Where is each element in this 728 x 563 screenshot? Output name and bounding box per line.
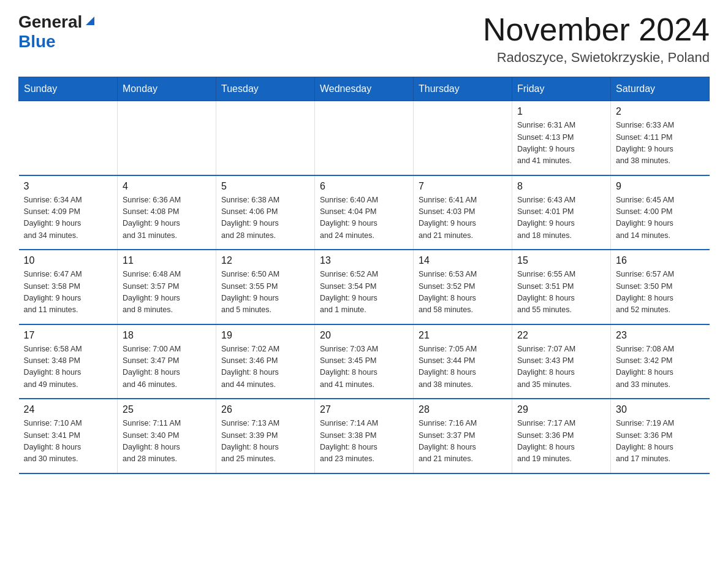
calendar-cell: 29Sunrise: 7:17 AM Sunset: 3:36 PM Dayli… (512, 399, 611, 473)
day-info: Sunrise: 6:50 AM Sunset: 3:55 PM Dayligh… (221, 269, 309, 316)
day-number: 19 (221, 330, 309, 341)
day-info: Sunrise: 7:13 AM Sunset: 3:39 PM Dayligh… (221, 418, 309, 465)
day-info: Sunrise: 7:08 AM Sunset: 3:42 PM Dayligh… (616, 343, 705, 391)
day-number: 9 (616, 181, 705, 192)
calendar-cell (315, 101, 414, 175)
calendar-header: Sunday Monday Tuesday Wednesday Thursday… (19, 77, 710, 101)
day-info: Sunrise: 6:57 AM Sunset: 3:50 PM Dayligh… (616, 269, 705, 316)
day-number: 2 (616, 106, 705, 117)
day-number: 1 (517, 106, 605, 117)
day-number: 28 (419, 404, 507, 415)
calendar-cell: 8Sunrise: 6:43 AM Sunset: 4:01 PM Daylig… (512, 175, 611, 250)
logo: General Blue (18, 12, 97, 52)
calendar-cell (414, 101, 512, 175)
logo-general: General (18, 12, 82, 32)
calendar-cell: 21Sunrise: 7:05 AM Sunset: 3:44 PM Dayli… (414, 324, 512, 399)
day-info: Sunrise: 6:48 AM Sunset: 3:57 PM Dayligh… (123, 269, 211, 316)
day-info: Sunrise: 6:41 AM Sunset: 4:03 PM Dayligh… (419, 194, 507, 242)
col-sunday: Sunday (19, 77, 118, 101)
calendar-cell: 15Sunrise: 6:55 AM Sunset: 3:51 PM Dayli… (512, 250, 611, 324)
day-number: 25 (123, 404, 211, 415)
day-info: Sunrise: 6:53 AM Sunset: 3:52 PM Dayligh… (419, 269, 507, 316)
day-info: Sunrise: 6:45 AM Sunset: 4:00 PM Dayligh… (616, 194, 705, 242)
calendar-cell: 27Sunrise: 7:14 AM Sunset: 3:38 PM Dayli… (315, 399, 414, 473)
day-number: 8 (517, 181, 605, 192)
day-info: Sunrise: 7:07 AM Sunset: 3:43 PM Dayligh… (517, 343, 605, 391)
location-subtitle: Radoszyce, Swietokrzyskie, Poland (483, 50, 710, 66)
day-number: 24 (24, 404, 113, 415)
day-info: Sunrise: 6:55 AM Sunset: 3:51 PM Dayligh… (517, 269, 605, 316)
day-number: 6 (320, 181, 408, 192)
col-thursday: Thursday (414, 77, 512, 101)
day-info: Sunrise: 7:02 AM Sunset: 3:46 PM Dayligh… (221, 343, 309, 391)
col-monday: Monday (118, 77, 216, 101)
calendar-table: Sunday Monday Tuesday Wednesday Thursday… (18, 77, 710, 474)
calendar-body: 1Sunrise: 6:31 AM Sunset: 4:13 PM Daylig… (19, 101, 710, 473)
day-info: Sunrise: 7:03 AM Sunset: 3:45 PM Dayligh… (320, 343, 408, 391)
calendar-cell: 4Sunrise: 6:36 AM Sunset: 4:08 PM Daylig… (118, 175, 216, 250)
calendar-cell: 18Sunrise: 7:00 AM Sunset: 3:47 PM Dayli… (118, 324, 216, 399)
calendar-week-row: 1Sunrise: 6:31 AM Sunset: 4:13 PM Daylig… (19, 101, 710, 175)
calendar-cell (118, 101, 216, 175)
calendar-week-row: 17Sunrise: 6:58 AM Sunset: 3:48 PM Dayli… (19, 324, 710, 399)
day-number: 21 (419, 330, 507, 341)
calendar-cell: 16Sunrise: 6:57 AM Sunset: 3:50 PM Dayli… (611, 250, 710, 324)
day-info: Sunrise: 7:11 AM Sunset: 3:40 PM Dayligh… (123, 418, 211, 465)
day-number: 3 (24, 181, 113, 192)
day-number: 30 (616, 404, 705, 415)
day-number: 5 (221, 181, 309, 192)
day-number: 13 (320, 255, 408, 266)
calendar-cell: 22Sunrise: 7:07 AM Sunset: 3:43 PM Dayli… (512, 324, 611, 399)
day-info: Sunrise: 7:00 AM Sunset: 3:47 PM Dayligh… (123, 343, 211, 391)
day-info: Sunrise: 6:58 AM Sunset: 3:48 PM Dayligh… (24, 343, 113, 391)
calendar-cell: 19Sunrise: 7:02 AM Sunset: 3:46 PM Dayli… (216, 324, 315, 399)
calendar-cell: 24Sunrise: 7:10 AM Sunset: 3:41 PM Dayli… (19, 399, 118, 473)
day-number: 17 (24, 330, 113, 341)
calendar-cell: 5Sunrise: 6:38 AM Sunset: 4:06 PM Daylig… (216, 175, 315, 250)
day-info: Sunrise: 7:05 AM Sunset: 3:44 PM Dayligh… (419, 343, 507, 391)
calendar-cell: 2Sunrise: 6:33 AM Sunset: 4:11 PM Daylig… (611, 101, 710, 175)
day-number: 20 (320, 330, 408, 341)
day-info: Sunrise: 6:47 AM Sunset: 3:58 PM Dayligh… (24, 269, 113, 316)
day-number: 16 (616, 255, 705, 266)
calendar-week-row: 24Sunrise: 7:10 AM Sunset: 3:41 PM Dayli… (19, 399, 710, 473)
day-number: 15 (517, 255, 605, 266)
day-info: Sunrise: 7:14 AM Sunset: 3:38 PM Dayligh… (320, 418, 408, 465)
calendar-cell: 28Sunrise: 7:16 AM Sunset: 3:37 PM Dayli… (414, 399, 512, 473)
day-info: Sunrise: 7:16 AM Sunset: 3:37 PM Dayligh… (419, 418, 507, 465)
day-info: Sunrise: 7:19 AM Sunset: 3:36 PM Dayligh… (616, 418, 705, 465)
calendar-cell: 14Sunrise: 6:53 AM Sunset: 3:52 PM Dayli… (414, 250, 512, 324)
calendar-cell: 6Sunrise: 6:40 AM Sunset: 4:04 PM Daylig… (315, 175, 414, 250)
day-number: 4 (123, 181, 211, 192)
page-header: General Blue November 2024 Radoszyce, Sw… (18, 12, 710, 66)
calendar-cell (216, 101, 315, 175)
calendar-cell: 26Sunrise: 7:13 AM Sunset: 3:39 PM Dayli… (216, 399, 315, 473)
calendar-cell: 20Sunrise: 7:03 AM Sunset: 3:45 PM Dayli… (315, 324, 414, 399)
day-info: Sunrise: 6:33 AM Sunset: 4:11 PM Dayligh… (616, 120, 705, 167)
calendar-cell: 10Sunrise: 6:47 AM Sunset: 3:58 PM Dayli… (19, 250, 118, 324)
logo-blue: Blue (18, 32, 56, 51)
day-number: 23 (616, 330, 705, 341)
day-info: Sunrise: 6:40 AM Sunset: 4:04 PM Dayligh… (320, 194, 408, 242)
day-number: 26 (221, 404, 309, 415)
calendar-cell: 25Sunrise: 7:11 AM Sunset: 3:40 PM Dayli… (118, 399, 216, 473)
calendar-cell: 23Sunrise: 7:08 AM Sunset: 3:42 PM Dayli… (611, 324, 710, 399)
calendar-cell (19, 101, 118, 175)
day-info: Sunrise: 6:38 AM Sunset: 4:06 PM Dayligh… (221, 194, 309, 242)
calendar-cell: 7Sunrise: 6:41 AM Sunset: 4:03 PM Daylig… (414, 175, 512, 250)
day-info: Sunrise: 7:10 AM Sunset: 3:41 PM Dayligh… (24, 418, 113, 465)
day-number: 12 (221, 255, 309, 266)
svg-marker-0 (86, 17, 94, 25)
day-info: Sunrise: 6:34 AM Sunset: 4:09 PM Dayligh… (24, 194, 113, 242)
title-block: November 2024 Radoszyce, Swietokrzyskie,… (483, 12, 710, 66)
calendar-cell: 1Sunrise: 6:31 AM Sunset: 4:13 PM Daylig… (512, 101, 611, 175)
calendar-cell: 13Sunrise: 6:52 AM Sunset: 3:54 PM Dayli… (315, 250, 414, 324)
col-tuesday: Tuesday (216, 77, 315, 101)
calendar-cell: 9Sunrise: 6:45 AM Sunset: 4:00 PM Daylig… (611, 175, 710, 250)
day-info: Sunrise: 7:17 AM Sunset: 3:36 PM Dayligh… (517, 418, 605, 465)
day-number: 27 (320, 404, 408, 415)
header-row: Sunday Monday Tuesday Wednesday Thursday… (19, 77, 710, 101)
day-info: Sunrise: 6:36 AM Sunset: 4:08 PM Dayligh… (123, 194, 211, 242)
calendar-cell: 12Sunrise: 6:50 AM Sunset: 3:55 PM Dayli… (216, 250, 315, 324)
day-info: Sunrise: 6:31 AM Sunset: 4:13 PM Dayligh… (517, 120, 605, 167)
